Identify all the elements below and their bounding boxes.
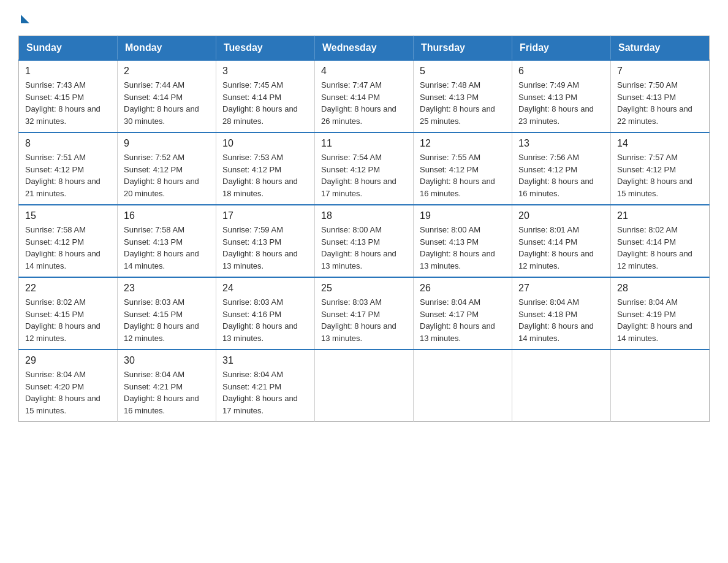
calendar-cell: 2 Sunrise: 7:44 AM Sunset: 4:14 PM Dayli… [118,60,216,132]
day-number: 16 [124,210,210,221]
day-info: Sunrise: 8:00 AM Sunset: 4:13 PM Dayligh… [420,224,506,272]
day-number: 2 [124,66,210,77]
calendar-cell: 8 Sunrise: 7:51 AM Sunset: 4:12 PM Dayli… [19,132,118,205]
day-info: Sunrise: 8:03 AM Sunset: 4:17 PM Dayligh… [321,296,407,344]
week-row-1: 1 Sunrise: 7:43 AM Sunset: 4:15 PM Dayli… [19,60,710,132]
day-number: 7 [617,66,703,77]
calendar-cell: 18 Sunrise: 8:00 AM Sunset: 4:13 PM Dayl… [315,205,414,277]
weekday-friday: Friday [512,36,611,61]
weekday-thursday: Thursday [414,36,512,61]
day-info: Sunrise: 7:54 AM Sunset: 4:12 PM Dayligh… [321,151,407,199]
calendar-cell: 4 Sunrise: 7:47 AM Sunset: 4:14 PM Dayli… [315,60,414,132]
calendar-cell: 10 Sunrise: 7:53 AM Sunset: 4:12 PM Dayl… [216,132,315,205]
day-info: Sunrise: 8:03 AM Sunset: 4:15 PM Dayligh… [124,296,210,344]
day-number: 6 [518,66,604,77]
day-number: 26 [420,283,506,294]
day-info: Sunrise: 7:49 AM Sunset: 4:13 PM Dayligh… [518,79,604,127]
day-info: Sunrise: 7:43 AM Sunset: 4:15 PM Dayligh… [25,79,111,127]
calendar-cell: 21 Sunrise: 8:02 AM Sunset: 4:14 PM Dayl… [611,205,710,277]
weekday-sunday: Sunday [19,36,118,61]
day-number: 17 [222,210,308,221]
day-number: 11 [321,138,407,149]
calendar-cell: 11 Sunrise: 7:54 AM Sunset: 4:12 PM Dayl… [315,132,414,205]
weekday-tuesday: Tuesday [216,36,315,61]
calendar-cell: 31 Sunrise: 8:04 AM Sunset: 4:21 PM Dayl… [216,350,315,422]
calendar-cell: 9 Sunrise: 7:52 AM Sunset: 4:12 PM Dayli… [118,132,216,205]
day-info: Sunrise: 7:45 AM Sunset: 4:14 PM Dayligh… [222,79,308,127]
weekday-saturday: Saturday [611,36,710,61]
calendar-cell: 7 Sunrise: 7:50 AM Sunset: 4:13 PM Dayli… [611,60,710,132]
day-info: Sunrise: 8:02 AM Sunset: 4:14 PM Dayligh… [617,224,703,272]
calendar-header: SundayMondayTuesdayWednesdayThursdayFrid… [19,36,710,61]
day-number: 31 [222,355,308,366]
calendar-cell: 19 Sunrise: 8:00 AM Sunset: 4:13 PM Dayl… [414,205,512,277]
day-number: 15 [25,210,111,221]
calendar-cell: 17 Sunrise: 7:59 AM Sunset: 4:13 PM Dayl… [216,205,315,277]
day-number: 21 [617,210,703,221]
calendar-body: 1 Sunrise: 7:43 AM Sunset: 4:15 PM Dayli… [19,60,710,422]
day-info: Sunrise: 7:59 AM Sunset: 4:13 PM Dayligh… [222,224,308,272]
day-number: 1 [25,66,111,77]
calendar-cell: 16 Sunrise: 7:58 AM Sunset: 4:13 PM Dayl… [118,205,216,277]
day-info: Sunrise: 8:01 AM Sunset: 4:14 PM Dayligh… [518,224,604,272]
calendar-cell: 22 Sunrise: 8:02 AM Sunset: 4:15 PM Dayl… [19,277,118,350]
day-number: 18 [321,210,407,221]
calendar-cell: 12 Sunrise: 7:55 AM Sunset: 4:12 PM Dayl… [414,132,512,205]
day-info: Sunrise: 8:03 AM Sunset: 4:16 PM Dayligh… [222,296,308,344]
calendar-cell: 20 Sunrise: 8:01 AM Sunset: 4:14 PM Dayl… [512,205,611,277]
calendar-cell: 6 Sunrise: 7:49 AM Sunset: 4:13 PM Dayli… [512,60,611,132]
day-info: Sunrise: 7:58 AM Sunset: 4:12 PM Dayligh… [25,224,111,272]
calendar-cell [414,350,512,422]
logo [18,12,29,23]
day-number: 14 [617,138,703,149]
calendar-cell: 3 Sunrise: 7:45 AM Sunset: 4:14 PM Dayli… [216,60,315,132]
calendar-cell [611,350,710,422]
weekday-wednesday: Wednesday [315,36,414,61]
calendar-cell: 25 Sunrise: 8:03 AM Sunset: 4:17 PM Dayl… [315,277,414,350]
day-number: 22 [25,283,111,294]
day-info: Sunrise: 7:53 AM Sunset: 4:12 PM Dayligh… [222,151,308,199]
day-number: 9 [124,138,210,149]
weekday-header-row: SundayMondayTuesdayWednesdayThursdayFrid… [19,36,710,61]
day-info: Sunrise: 8:04 AM Sunset: 4:17 PM Dayligh… [420,296,506,344]
calendar-cell: 23 Sunrise: 8:03 AM Sunset: 4:15 PM Dayl… [118,277,216,350]
day-info: Sunrise: 7:47 AM Sunset: 4:14 PM Dayligh… [321,79,407,127]
weekday-monday: Monday [118,36,216,61]
day-info: Sunrise: 7:50 AM Sunset: 4:13 PM Dayligh… [617,79,703,127]
day-info: Sunrise: 7:57 AM Sunset: 4:12 PM Dayligh… [617,151,703,199]
calendar-table: SundayMondayTuesdayWednesdayThursdayFrid… [18,36,710,422]
day-info: Sunrise: 8:02 AM Sunset: 4:15 PM Dayligh… [25,296,111,344]
day-info: Sunrise: 7:55 AM Sunset: 4:12 PM Dayligh… [420,151,506,199]
day-info: Sunrise: 7:44 AM Sunset: 4:14 PM Dayligh… [124,79,210,127]
day-number: 20 [518,210,604,221]
calendar-cell: 15 Sunrise: 7:58 AM Sunset: 4:12 PM Dayl… [19,205,118,277]
day-number: 25 [321,283,407,294]
day-number: 10 [222,138,308,149]
calendar-cell: 28 Sunrise: 8:04 AM Sunset: 4:19 PM Dayl… [611,277,710,350]
day-number: 23 [124,283,210,294]
day-info: Sunrise: 7:58 AM Sunset: 4:13 PM Dayligh… [124,224,210,272]
day-info: Sunrise: 8:04 AM Sunset: 4:18 PM Dayligh… [518,296,604,344]
calendar-cell [512,350,611,422]
day-info: Sunrise: 8:00 AM Sunset: 4:13 PM Dayligh… [321,224,407,272]
week-row-5: 29 Sunrise: 8:04 AM Sunset: 4:20 PM Dayl… [19,350,710,422]
day-number: 5 [420,66,506,77]
week-row-4: 22 Sunrise: 8:02 AM Sunset: 4:15 PM Dayl… [19,277,710,350]
week-row-3: 15 Sunrise: 7:58 AM Sunset: 4:12 PM Dayl… [19,205,710,277]
day-number: 27 [518,283,604,294]
day-info: Sunrise: 8:04 AM Sunset: 4:21 PM Dayligh… [222,369,308,416]
calendar-cell: 29 Sunrise: 8:04 AM Sunset: 4:20 PM Dayl… [19,350,118,422]
day-number: 13 [518,138,604,149]
day-number: 12 [420,138,506,149]
day-number: 24 [222,283,308,294]
day-info: Sunrise: 7:51 AM Sunset: 4:12 PM Dayligh… [25,151,111,199]
day-info: Sunrise: 8:04 AM Sunset: 4:20 PM Dayligh… [25,369,111,416]
calendar-cell: 27 Sunrise: 8:04 AM Sunset: 4:18 PM Dayl… [512,277,611,350]
day-info: Sunrise: 7:48 AM Sunset: 4:13 PM Dayligh… [420,79,506,127]
day-info: Sunrise: 8:04 AM Sunset: 4:21 PM Dayligh… [124,369,210,416]
day-number: 29 [25,355,111,366]
day-number: 19 [420,210,506,221]
day-info: Sunrise: 7:52 AM Sunset: 4:12 PM Dayligh… [124,151,210,199]
day-number: 3 [222,66,308,77]
day-info: Sunrise: 8:04 AM Sunset: 4:19 PM Dayligh… [617,296,703,344]
